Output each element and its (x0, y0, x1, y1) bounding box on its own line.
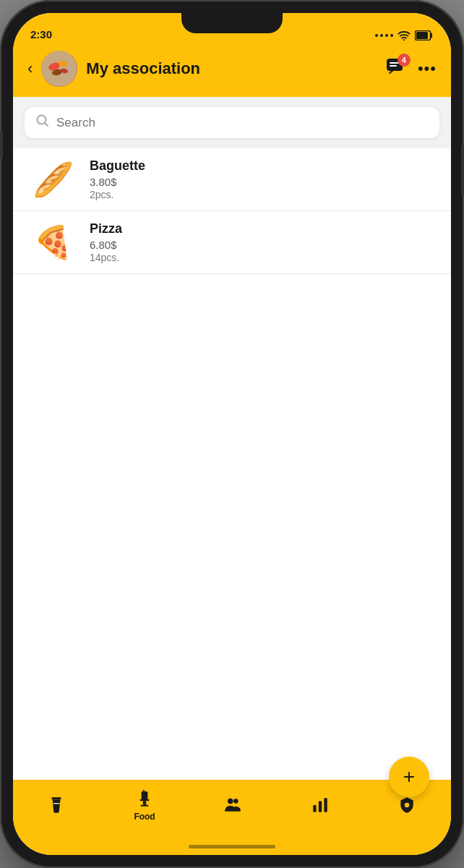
product-info-pizza: Pizza 6.80$ 14pcs. (90, 221, 437, 263)
svg-rect-17 (143, 801, 146, 804)
header: ‹ My association (13, 45, 451, 97)
svg-point-21 (233, 799, 239, 804)
svg-rect-22 (313, 805, 316, 812)
product-price: 3.80$ (90, 176, 437, 188)
search-container (13, 97, 451, 148)
volume-button (0, 130, 3, 159)
search-input[interactable] (56, 116, 428, 130)
product-image-pizza: 🍕 (27, 223, 78, 263)
nav-item-drink[interactable] (38, 792, 75, 818)
people-icon (223, 795, 243, 815)
wifi-icon (398, 30, 411, 41)
phone-screen: 2:30 (13, 13, 451, 855)
svg-point-20 (228, 799, 233, 804)
search-bar (25, 107, 439, 138)
svg-rect-15 (142, 791, 148, 799)
status-time: 2:30 (30, 28, 52, 41)
page-title: My association (86, 59, 377, 78)
svg-point-0 (403, 39, 405, 41)
list-item[interactable]: 🥖 Baguette 3.80$ 2pcs. (13, 148, 451, 211)
nav-item-stats[interactable] (301, 792, 339, 818)
header-actions: 4 ••• (386, 58, 437, 80)
product-name: Pizza (90, 221, 437, 237)
home-indicator (13, 838, 451, 855)
avatar (41, 51, 77, 87)
product-info-baguette: Baguette 3.80$ 2pcs. (90, 158, 437, 200)
svg-rect-24 (324, 798, 327, 812)
svg-point-25 (405, 803, 410, 808)
notch (181, 13, 283, 33)
bottom-nav: Food (13, 780, 451, 838)
product-list: 🥖 Baguette 3.80$ 2pcs. 🍕 Pizza 6 (13, 148, 451, 780)
notification-badge: 4 (398, 54, 411, 67)
home-bar (189, 845, 275, 848)
food-icon (134, 788, 155, 809)
list-item[interactable]: 🍕 Pizza 6.80$ 14pcs. (13, 211, 451, 274)
svg-rect-16 (140, 799, 150, 801)
search-icon (36, 114, 49, 131)
nav-item-people[interactable] (214, 792, 252, 818)
more-options-button[interactable]: ••• (418, 59, 437, 78)
product-image-baguette: 🥖 (27, 160, 78, 200)
svg-point-3 (41, 51, 77, 87)
product-quantity: 14pcs. (90, 252, 437, 263)
product-price: 6.80$ (90, 239, 437, 251)
avatar-image (41, 51, 77, 87)
svg-rect-2 (416, 32, 428, 39)
phone-frame: 2:30 (0, 0, 464, 868)
svg-rect-18 (141, 805, 149, 807)
power-button (461, 145, 464, 195)
chart-icon (310, 795, 330, 815)
svg-rect-19 (143, 790, 145, 792)
shield-icon (397, 795, 417, 815)
drink-icon (46, 795, 66, 815)
back-button[interactable]: ‹ (27, 59, 33, 78)
status-icons (375, 30, 434, 41)
nav-label-food: Food (134, 812, 155, 822)
notifications-button[interactable]: 4 (386, 58, 406, 80)
product-name: Baguette (90, 158, 437, 174)
add-fab-button[interactable]: + (389, 757, 429, 797)
product-quantity: 2pcs. (90, 189, 437, 200)
content-area: 🥖 Baguette 3.80$ 2pcs. 🍕 Pizza 6 (13, 97, 451, 780)
nav-item-food[interactable]: Food (125, 786, 163, 825)
svg-rect-13 (52, 797, 61, 799)
battery-icon (415, 30, 434, 41)
svg-rect-23 (318, 801, 321, 812)
signal-icon (375, 34, 393, 37)
